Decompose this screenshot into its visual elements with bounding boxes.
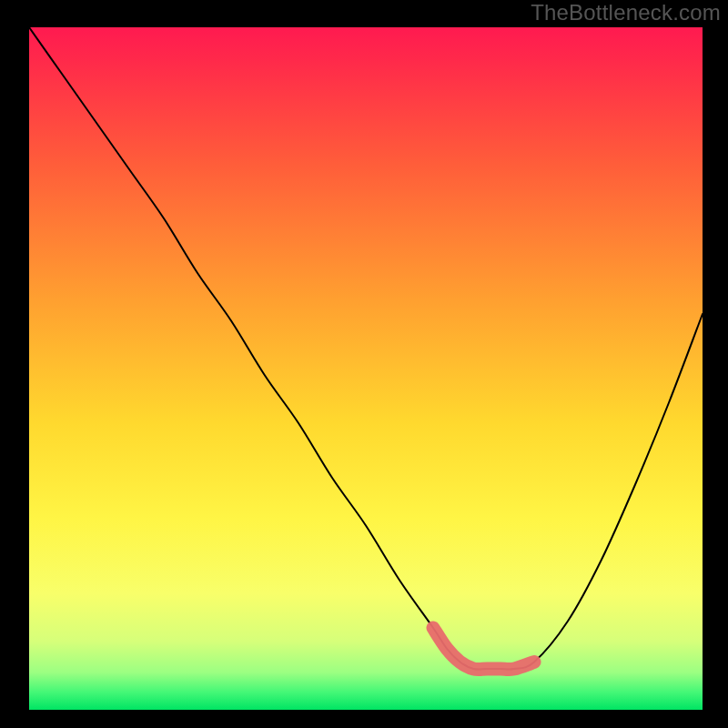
- watermark-site: TheBottleneck.com: [531, 0, 721, 25]
- bottleneck-plot-svg: [29, 27, 703, 710]
- bottleneck-plot: [29, 27, 703, 710]
- chart-container: { "watermark": "TheBottleneck.com", "plo…: [0, 0, 728, 728]
- heat-gradient-bg: [29, 27, 703, 710]
